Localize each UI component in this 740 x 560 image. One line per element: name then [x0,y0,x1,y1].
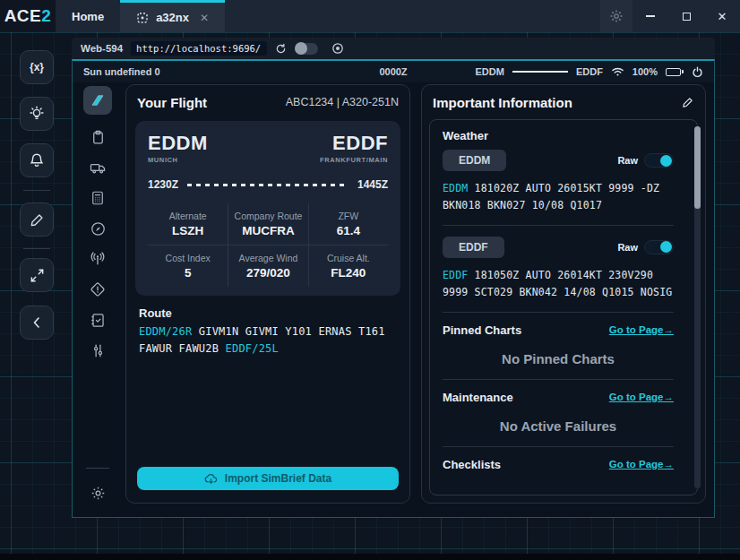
section-divider [443,446,674,447]
efb-statusbar: Sun undefined 0 0000Z EDDM EDDF 100% [73,61,714,82]
your-flight-title: Your Flight [137,95,207,110]
weather-label: Weather [443,129,674,142]
efb-nav-navigation[interactable] [83,215,112,242]
stat-cost-index: Cost Index 5 [148,245,228,287]
power-icon[interactable] [692,66,703,78]
battery-percent: 100% [632,66,658,77]
efb-nav-dispatch[interactable] [83,124,112,151]
destination-icao: EDDF [320,132,388,155]
flight-summary-card: EDDM MUNICH EDDF FRANKFURT/MAIN 1230Z 14… [135,121,400,296]
raw-toggle-eddm[interactable] [644,153,674,168]
stat-zfw: ZFW 61.4 [308,203,388,245]
collapse-sidebar-button[interactable] [20,306,54,340]
efb-nav-atc[interactable] [83,246,112,272]
stat-label: Company Route [230,211,305,221]
lightbulb-icon [28,105,46,123]
toggle-knob [660,241,672,253]
annotate-button[interactable] [20,202,54,237]
variables-button[interactable]: {x} [20,50,54,84]
raw-label: Raw [617,242,638,253]
minimize-icon [646,15,655,17]
stat-value: 61.4 [311,224,386,237]
notifications-button[interactable] [20,143,54,177]
compass-icon [90,220,107,237]
pinned-charts-header: Pinned Charts Go to Page→ [443,323,674,337]
refresh-icon[interactable] [275,43,287,55]
section-divider [443,225,674,226]
minimize-button[interactable] [632,0,668,32]
efb-nav-failures[interactable] [83,276,112,303]
variables-icon: {x} [30,61,44,73]
important-info-panel: Important Information Weather EDDM Raw E… [421,84,706,504]
url-input[interactable] [131,41,267,56]
app-logo: ACE2 [0,0,56,32]
tab-a32nx-label: a32nx [156,11,189,24]
toggle-knob [295,42,307,55]
maximize-button[interactable] [668,0,704,32]
section-divider [443,312,674,313]
stat-company-route: Company Route MUCFRA [228,203,307,245]
raw-label: Raw [617,155,638,166]
screenshot-icon[interactable] [331,42,344,55]
antenna-icon [89,250,107,268]
edit-pencil-icon[interactable] [681,96,694,109]
your-flight-panel: Your Flight ABC1234 | A320-251N EDDM MUN… [125,84,410,504]
wifi-icon [611,66,624,77]
efb-nav-presets[interactable] [83,337,112,364]
close-button[interactable]: ✕ [704,0,740,32]
route-block: Route EDDM/26R GIVM1N GIVMI Y101 ERNAS T… [126,296,409,357]
station-chip-eddf[interactable]: EDDF [443,237,504,258]
scan-icon [136,12,149,24]
tab-a32nx[interactable]: a32nx ✕ [120,0,225,32]
maintenance-goto-link[interactable]: Go to Page→ [609,392,674,402]
checklists-goto-link[interactable]: Go to Page→ [609,459,674,470]
important-info-card: Weather EDDM Raw EDDM 181020Z AUTO 26015… [429,119,698,495]
fullscreen-button[interactable] [20,258,54,292]
efb-nav-dashboard[interactable] [83,86,112,115]
origin-icao: EDDM [148,132,208,155]
tab-home[interactable]: Home [56,0,120,32]
stat-label: ZFW [311,211,386,221]
statusbar-origin: EDDM [476,66,504,77]
close-icon: ✕ [718,10,727,23]
route-label: Route [139,306,397,320]
tab-home-label: Home [72,10,104,23]
station-chip-eddm[interactable]: EDDM [443,150,506,171]
maintenance-empty: No Active Failures [443,418,674,434]
devtools-toggle[interactable] [295,43,318,55]
stat-value: 5 [150,266,226,280]
stat-average-wind: Average Wind 279/020 [228,245,307,287]
stat-value: MUCFRA [230,224,305,237]
origin-city: MUNICH [148,156,208,164]
browser-toolbar: Web-594 [72,38,715,59]
import-simbrief-button[interactable]: Import SimBrief Data [137,467,399,490]
metar-line2: BKN018 BKN027 10/08 Q1017 [443,199,602,211]
stat-cruise-alt: Cruise Alt. FL240 [308,245,388,287]
stat-value: 279/020 [230,266,305,280]
tab-close-icon[interactable]: ✕ [200,12,209,24]
sliders-icon [90,342,107,359]
weather-report-header-eddm: EDDM Raw [443,150,674,171]
efb-sidebar-divider [86,468,109,469]
checklist-icon [90,312,107,329]
cloud-download-icon [204,473,218,485]
raw-toggle-eddf[interactable] [644,240,674,254]
efb-nav-ground[interactable] [83,154,112,181]
efb-nav-checklists[interactable] [83,306,112,333]
airline-tail-icon [90,92,106,108]
arrival-time: 1445Z [357,178,388,191]
efb-nav-settings[interactable] [83,479,112,506]
pinned-charts-goto-link[interactable]: Go to Page→ [609,324,674,335]
metar-eddm: EDDM 181020Z AUTO 26015KT 9999 -DZ BKN01… [443,180,674,214]
scrollbar-thumb[interactable] [694,126,701,209]
settings-gear-button[interactable] [600,0,632,32]
metar-line1: 181050Z AUTO 26014KT 230V290 [469,269,654,281]
stat-value: FL240 [311,266,386,280]
efb-nav-performance[interactable] [83,185,112,211]
metar-station: EDDF [443,269,469,281]
statusbar-date: Sun undefined 0 [83,66,160,77]
lighting-button[interactable] [20,97,54,131]
section-divider [443,379,674,380]
toggle-knob [660,155,672,167]
stat-value: LSZH [150,224,226,237]
